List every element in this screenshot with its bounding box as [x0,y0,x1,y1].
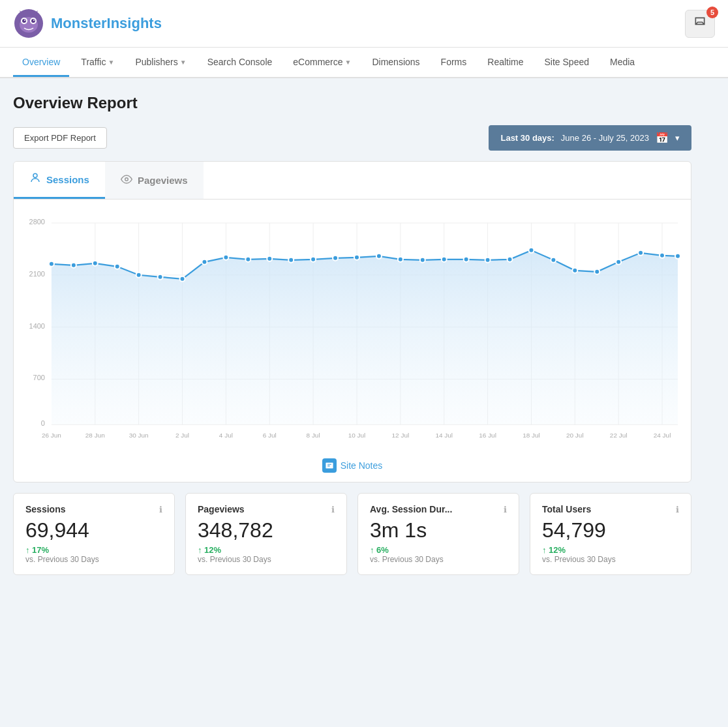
svg-text:2100: 2100 [29,270,45,278]
svg-point-59 [572,268,577,273]
svg-point-54 [464,257,469,262]
svg-point-47 [311,257,316,262]
notification-button[interactable]: 5 [685,10,715,38]
svg-point-35 [49,261,54,267]
svg-text:12 Jul: 12 Jul [392,432,410,439]
svg-marker-34 [52,250,678,424]
svg-text:22 Jul: 22 Jul [610,432,628,439]
main-content: Overview Report Export PDF Report Last 3… [0,78,705,591]
logo-area: MonsterInsights [13,8,162,39]
tab-sessions-label: Sessions [46,174,89,185]
svg-text:2800: 2800 [29,218,45,226]
nav-item-search-console[interactable]: Search Console [198,48,282,77]
svg-text:18 Jul: 18 Jul [523,432,540,439]
chart-tabs: Sessions Pageviews [14,162,691,200]
nav-item-site-speed[interactable]: Site Speed [536,48,599,77]
svg-point-55 [485,258,491,263]
svg-point-8 [33,173,37,177]
stat-sessions-value: 69,944 [25,518,162,542]
stat-avg-session-title: Avg. Session Dur... [370,504,452,514]
svg-point-57 [528,248,534,253]
sessions-chart: 2800 2100 1400 700 0 [20,206,684,447]
svg-point-37 [93,261,98,266]
svg-point-60 [594,269,599,274]
chart-card: Sessions Pageviews 2800 2100 1400 700 0 [13,161,691,482]
site-notes-button[interactable]: Site Notes [322,458,383,473]
stat-total-users-value: 54,799 [542,518,679,542]
nav-item-realtime[interactable]: Realtime [478,48,532,77]
stat-total-users-period: vs. Previous 30 Days [542,555,679,564]
stat-avg-session-value: 3m 1s [370,518,507,542]
svg-text:20 Jul: 20 Jul [566,432,584,439]
svg-text:24 Jul: 24 Jul [654,432,671,439]
site-notes-label: Site Notes [341,460,383,471]
tab-pageviews-label: Pageviews [138,175,188,186]
svg-point-6 [24,20,25,21]
svg-point-43 [223,255,228,260]
svg-point-44 [245,257,250,262]
inbox-icon [693,16,706,29]
svg-point-40 [158,274,163,280]
stat-card-avg-session: Avg. Session Dur... ℹ 3m 1s ↑ 6% vs. Pre… [357,493,519,575]
svg-point-48 [333,256,338,261]
nav-item-publishers[interactable]: Publishers ▼ [126,48,195,77]
svg-text:30 Jun: 30 Jun [129,432,149,439]
date-range-button[interactable]: Last 30 days: June 26 - July 25, 2023 📅 … [489,125,691,151]
svg-text:26 Jun: 26 Jun [42,432,61,439]
svg-point-39 [136,273,142,278]
notification-badge: 5 [706,7,718,18]
header: MonsterInsights 5 [0,0,728,48]
svg-point-52 [420,258,425,263]
chevron-down-icon: ▼ [180,59,187,66]
stat-pageviews-info-icon[interactable]: ℹ [331,505,335,514]
svg-point-63 [660,253,665,258]
stat-avg-session-period: vs. Previous 30 Days [370,555,507,564]
nav-item-dimensions[interactable]: Dimensions [363,48,429,77]
svg-point-41 [180,276,185,282]
nav-item-media[interactable]: Media [601,48,644,77]
page-title: Overview Report [13,94,691,112]
brand-name: MonsterInsights [51,15,162,32]
svg-point-58 [551,258,556,263]
svg-text:4 Jul: 4 Jul [219,432,233,439]
stat-avg-session-info-icon[interactable]: ℹ [504,505,507,514]
svg-text:1400: 1400 [29,322,45,330]
toolbar: Export PDF Report Last 30 days: June 26 … [13,125,691,151]
svg-point-38 [115,264,120,269]
nav-item-traffic[interactable]: Traffic ▼ [72,48,123,77]
nav-item-forms[interactable]: Forms [432,48,476,77]
stat-sessions-info-icon[interactable]: ℹ [159,505,162,514]
svg-text:6 Jul: 6 Jul [263,432,277,439]
svg-text:14 Jul: 14 Jul [435,432,453,439]
stat-sessions-period: vs. Previous 30 Days [25,555,162,564]
date-range-value: June 26 - July 25, 2023 [561,133,649,143]
svg-point-56 [508,257,513,262]
svg-point-50 [376,254,382,259]
eye-icon [121,173,132,188]
svg-text:16 Jul: 16 Jul [479,432,496,439]
stat-sessions-title: Sessions [25,504,65,514]
main-nav: Overview Traffic ▼ Publishers ▼ Search C… [0,48,728,78]
nav-item-ecommerce[interactable]: eCommerce ▼ [284,48,360,77]
svg-point-5 [31,19,35,23]
svg-text:2 Jul: 2 Jul [175,432,189,439]
svg-text:8 Jul: 8 Jul [307,432,320,439]
nav-item-overview[interactable]: Overview [13,48,69,77]
svg-point-42 [202,260,207,265]
tab-pageviews[interactable]: Pageviews [105,162,204,199]
date-range-label: Last 30 days: [500,133,554,143]
svg-point-49 [354,255,359,260]
svg-point-45 [267,256,272,261]
svg-text:28 Jun: 28 Jun [85,432,105,439]
export-pdf-button[interactable]: Export PDF Report [13,127,107,149]
tab-sessions[interactable]: Sessions [14,162,105,199]
svg-text:0: 0 [41,419,45,427]
stat-total-users-info-icon[interactable]: ℹ [676,505,679,514]
svg-point-36 [71,263,76,268]
dropdown-arrow: ▾ [675,133,680,143]
site-notes-icon [322,458,337,473]
chevron-down-icon: ▼ [345,59,352,66]
svg-point-4 [22,19,26,23]
stat-pageviews-title: Pageviews [198,504,245,514]
site-notes-row: Site Notes [14,449,691,482]
